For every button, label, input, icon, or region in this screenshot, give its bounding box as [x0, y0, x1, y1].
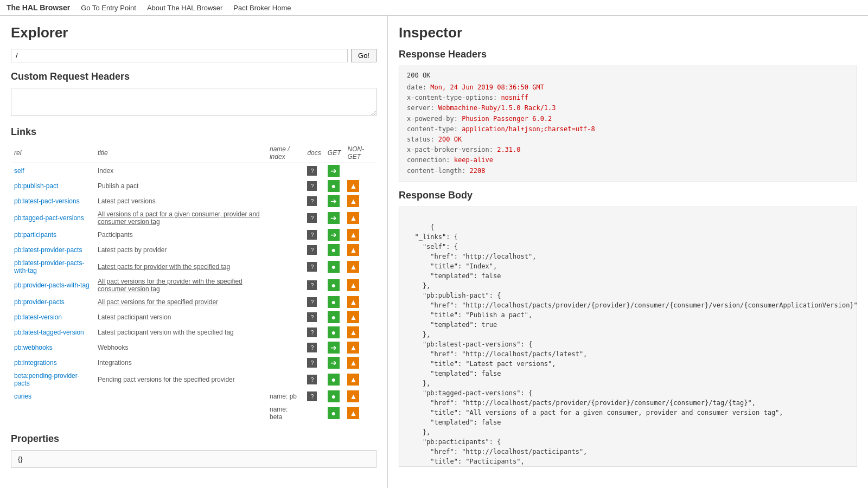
link-name-index	[266, 209, 304, 227]
get-button[interactable]: ●	[328, 180, 340, 192]
url-input[interactable]	[11, 49, 348, 62]
docs-button[interactable]: ?	[307, 391, 317, 401]
nonget-button[interactable]: ▲	[347, 311, 359, 323]
link-rel[interactable]: beta:pending-provider-pacts	[14, 372, 80, 387]
nonget-button[interactable]: ▲	[347, 180, 359, 192]
docs-button[interactable]: ?	[307, 245, 317, 255]
nonget-button[interactable]: ▲	[347, 374, 359, 386]
get-button[interactable]: ●	[328, 279, 340, 291]
link-rel[interactable]: pb:webhooks	[14, 344, 53, 351]
header-row: x-content-type-options: nosniff	[407, 93, 849, 103]
brand-title: The HAL Browser	[7, 3, 70, 12]
get-button[interactable]: ➔	[328, 229, 340, 241]
custom-headers-input[interactable]	[11, 88, 376, 116]
get-button[interactable]: ➔	[328, 342, 340, 354]
nonget-button[interactable]: ▲	[347, 390, 359, 402]
nav-pact-home-link[interactable]: Pact Broker Home	[233, 4, 291, 12]
header-row: connection: keep-alive	[407, 155, 849, 165]
link-rel[interactable]: pb:participants	[14, 231, 56, 239]
table-row: pb:latest-tagged-versionLatest pacticipa…	[11, 325, 376, 340]
properties-value: {}	[18, 455, 23, 463]
nonget-button[interactable]: ▲	[347, 212, 359, 224]
get-button[interactable]: ●	[328, 296, 340, 308]
link-name-index	[266, 355, 304, 370]
header-row: content-length: 2208	[407, 166, 849, 176]
link-rel[interactable]: pb:provider-pacts	[14, 298, 65, 306]
docs-button[interactable]: ?	[307, 280, 317, 290]
link-rel[interactable]: pb:integrations	[14, 359, 57, 367]
link-title: Webhooks	[98, 344, 128, 351]
go-button[interactable]: Go!	[351, 49, 376, 62]
link-name-index	[266, 294, 304, 310]
nonget-button[interactable]: ▲	[347, 407, 359, 419]
col-docs: docs	[304, 143, 324, 163]
docs-button[interactable]: ?	[307, 328, 317, 337]
get-button[interactable]: ➔	[328, 357, 340, 369]
header-key: x-powered-by:	[407, 115, 462, 123]
link-title-link[interactable]: All pact versions for the provider with …	[98, 278, 242, 293]
header-val: Webmachine-Ruby/1.5.0 Rack/1.3	[438, 104, 556, 112]
get-button[interactable]: ●	[328, 326, 340, 338]
nav-entry-link[interactable]: Go To Entry Point	[81, 4, 136, 12]
header-key: x-content-type-options:	[407, 94, 501, 101]
properties-box: {}	[11, 450, 376, 468]
nonget-button[interactable]: ▲	[347, 279, 359, 291]
link-name-index	[266, 242, 304, 258]
get-button[interactable]: ●	[328, 374, 340, 386]
nonget-button[interactable]: ▲	[347, 195, 359, 207]
link-rel[interactable]: pb:latest-provider-pacts-with-tag	[14, 259, 84, 274]
headers-list: date: Mon, 24 Jun 2019 08:36:50 GMTx-con…	[407, 82, 849, 176]
link-rel[interactable]: curies	[14, 393, 31, 400]
table-row: beta:pending-provider-pactsPending pact …	[11, 370, 376, 389]
status-line: 200 OK	[407, 72, 849, 79]
col-title: title	[94, 143, 266, 163]
nav-about-link[interactable]: About The HAL Browser	[147, 4, 222, 12]
docs-button[interactable]: ?	[307, 181, 317, 191]
link-rel[interactable]: pb:latest-tagged-version	[14, 329, 84, 336]
link-rel[interactable]: pb:latest-version	[14, 313, 62, 321]
links-table: rel title name / index docs GET NON-GET …	[11, 143, 376, 422]
link-title: Index	[98, 167, 113, 175]
get-button[interactable]: ➔	[328, 212, 340, 224]
get-button[interactable]: ●	[328, 390, 340, 402]
col-rel: rel	[11, 143, 94, 163]
header-val: Phusion Passenger 6.0.2	[462, 115, 552, 123]
link-name-index: name: beta	[266, 404, 304, 422]
get-button[interactable]: ●	[328, 244, 340, 256]
nonget-button[interactable]: ▲	[347, 296, 359, 308]
link-rel[interactable]: pb:provider-pacts-with-tag	[14, 281, 90, 289]
nonget-button[interactable]: ▲	[347, 244, 359, 256]
get-button[interactable]: ●	[328, 261, 340, 273]
docs-button[interactable]: ?	[307, 312, 317, 322]
link-rel[interactable]: pb:latest-provider-pacts	[14, 246, 82, 254]
header-key: server:	[407, 104, 438, 112]
get-button[interactable]: ➔	[328, 195, 340, 207]
docs-button[interactable]: ?	[307, 297, 317, 307]
nonget-button[interactable]: ▲	[347, 229, 359, 241]
docs-button[interactable]: ?	[307, 375, 317, 384]
nonget-button[interactable]: ▲	[347, 342, 359, 354]
link-title-link[interactable]: Latest pacts for provider with the speci…	[98, 263, 230, 271]
nonget-button[interactable]: ▲	[347, 326, 359, 338]
nonget-button[interactable]: ▲	[347, 261, 359, 273]
docs-button[interactable]: ?	[307, 343, 317, 352]
docs-button[interactable]: ?	[307, 166, 317, 176]
link-rel[interactable]: self	[14, 167, 24, 175]
get-button[interactable]: ●	[328, 407, 340, 419]
header-row: content-type: application/hal+json;chars…	[407, 124, 849, 134]
link-rel[interactable]: pb:tagged-pact-versions	[14, 214, 84, 222]
link-rel[interactable]: pb:publish-pact	[14, 182, 58, 190]
get-button[interactable]: ➔	[328, 165, 340, 177]
docs-button[interactable]: ?	[307, 262, 317, 272]
link-title-link[interactable]: All pact versions for the specified prov…	[98, 298, 218, 306]
docs-button[interactable]: ?	[307, 358, 317, 368]
docs-button[interactable]: ?	[307, 213, 317, 223]
header-val: application/hal+json;charset=utf-8	[462, 125, 595, 133]
get-button[interactable]: ●	[328, 311, 340, 323]
docs-button[interactable]: ?	[307, 230, 317, 240]
link-rel[interactable]: pb:latest-pact-versions	[14, 197, 80, 205]
docs-button[interactable]: ?	[307, 196, 317, 206]
link-title-link[interactable]: All versions of a pact for a given consu…	[98, 210, 260, 226]
link-name-index	[266, 325, 304, 340]
nonget-button[interactable]: ▲	[347, 357, 359, 369]
